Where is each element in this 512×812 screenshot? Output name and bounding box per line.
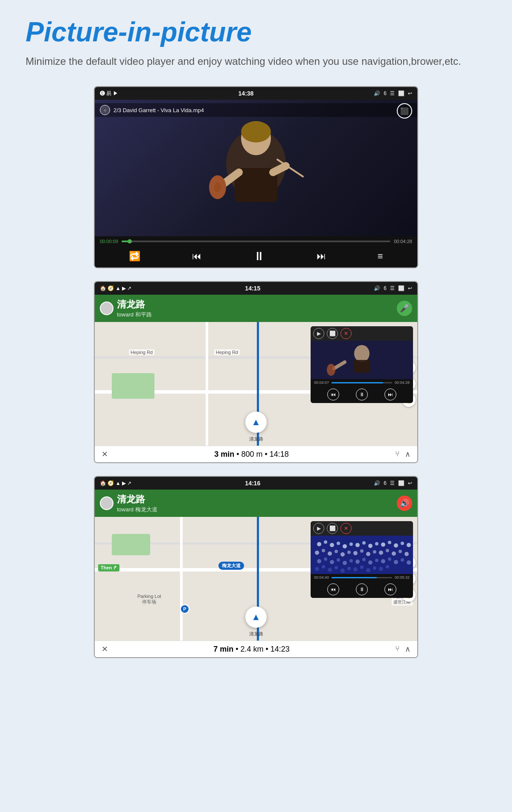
svg-point-47: [330, 560, 334, 564]
volume-nav1: 🔊: [374, 285, 380, 291]
progress-bar-video[interactable]: [122, 241, 390, 242]
svg-point-63: [335, 566, 338, 569]
dot-sep-1: •: [236, 450, 241, 458]
svg-point-46: [324, 557, 327, 561]
pip-violinist-svg-1: [311, 341, 413, 379]
nav-toward-1: toward 和平路: [117, 311, 152, 319]
svg-point-19: [343, 544, 347, 548]
svg-point-68: [366, 568, 370, 572]
svg-point-57: [394, 560, 398, 564]
pip-overlay-2[interactable]: ▶ ⬜ ✕: [311, 521, 413, 598]
prev-button[interactable]: ⏮: [192, 251, 201, 262]
svg-point-32: [328, 551, 332, 556]
pip-progress-fill-1: [332, 382, 383, 383]
nav-icons-right-2: ⑂ ∧: [395, 644, 410, 654]
phone-screen-nav2: 🏠 🧭 ▲ ▶ ↗ 14:16 🔊 6 ☰ ⬜ ↩ 清龙路 toward 梅龙大…: [94, 476, 418, 658]
pip-progress-row-1: 00:04:07 00:04:28: [311, 379, 413, 386]
svg-point-66: [353, 567, 358, 571]
pip-overlay-1[interactable]: ▶ ⬜ ✕ 00:04:07: [311, 326, 413, 403]
nav-location-dot-2: [100, 496, 113, 510]
pip-film-btn-2[interactable]: ▶: [313, 523, 324, 534]
nav-info-1: 3 min • 800 m • 14:18: [108, 450, 395, 459]
pip-window-btn-1[interactable]: ⬜: [327, 328, 338, 339]
nav-mic-2[interactable]: 🔊: [397, 496, 412, 511]
nav-screen-1-screenshot: 🏠 🧭 ▲ ▶ ↗ 14:15 🔊 6 ☰ ⬜ ↩ 清龙路 toward 和平路…: [26, 281, 486, 463]
volume-icon-status: 🔊: [374, 90, 380, 96]
phone-screen-nav1: 🏠 🧭 ▲ ▶ ↗ 14:15 🔊 6 ☰ ⬜ ↩ 清龙路 toward 和平路…: [94, 281, 418, 463]
nav-direction-2: 清龙路: [117, 493, 157, 506]
pause-button[interactable]: ⏸: [253, 249, 265, 263]
nav-duration-1: 3 min: [214, 450, 234, 458]
pip-progress-bar-1[interactable]: [332, 382, 392, 383]
svg-point-10: [354, 345, 369, 362]
pip-close-btn-2[interactable]: ✕: [340, 523, 352, 534]
pip-time-total-2: 00:05:32: [395, 575, 410, 580]
svg-point-31: [322, 549, 325, 552]
video-progress-area[interactable]: 00:00:09 00:04:28: [95, 236, 417, 245]
svg-point-45: [317, 559, 321, 563]
svg-point-44: [404, 552, 409, 556]
chevron-up-icon-2[interactable]: ∧: [405, 644, 410, 654]
time-current-video: 00:00:09: [100, 239, 118, 244]
pip-next-1[interactable]: ⏭: [384, 389, 396, 400]
pip-film-btn-1[interactable]: ▶: [313, 328, 324, 339]
svg-point-67: [360, 566, 364, 569]
fork-icon-1[interactable]: ⑂: [395, 450, 400, 459]
back-circle-btn[interactable]: ○: [100, 105, 110, 115]
pip-pause-2[interactable]: ⏸: [356, 583, 368, 595]
pip-pause-1[interactable]: ⏸: [356, 389, 368, 400]
page-title: Picture-in-picture: [26, 17, 486, 47]
nav-icons-right-1: ⑂ ∧: [395, 450, 410, 459]
svg-point-64: [340, 568, 345, 573]
status-time-nav2: 14:16: [245, 480, 260, 487]
status-time-nav1: 14:15: [245, 285, 260, 292]
svg-point-28: [401, 542, 404, 545]
parking-text-2: Parking Lot: [137, 594, 161, 599]
svg-point-56: [388, 557, 391, 561]
road-label-heping-2: Heping Rd: [214, 349, 240, 355]
nav-header-2: 清龙路 toward 梅龙大道 🔊: [95, 490, 417, 517]
window-nav2: ⬜: [398, 480, 404, 486]
battery-video: 6: [384, 90, 387, 96]
menu-nav2: ☰: [390, 480, 395, 486]
status-bar-left-video: 🅒 易 ▶: [100, 90, 118, 97]
svg-point-61: [322, 565, 325, 568]
chevron-up-icon-1[interactable]: ∧: [405, 450, 410, 459]
svg-point-49: [343, 561, 347, 565]
svg-point-29: [407, 543, 411, 547]
nav-location-name-1: 清龙路: [249, 436, 263, 442]
status-right-nav1: 🔊 6 ☰ ⬜ ↩: [374, 285, 412, 291]
pip-progress-bar-2[interactable]: [332, 577, 392, 578]
svg-point-34: [340, 552, 345, 557]
fork-icon-2[interactable]: ⑂: [395, 644, 400, 654]
nav-close-btn-1[interactable]: ✕: [102, 450, 108, 459]
status-left-nav2: 🏠 🧭 ▲ ▶ ↗: [100, 480, 131, 486]
playlist-button[interactable]: ≡: [378, 251, 383, 262]
turn-indicator-2: 梅龙大道: [218, 562, 244, 570]
pip-video-1: [311, 341, 413, 379]
nav2-left-icons: 🏠 🧭 ▲ ▶ ↗: [100, 480, 131, 486]
nav-duration-2: 7 min: [213, 645, 233, 653]
pip-next-2[interactable]: ⏭: [384, 583, 396, 595]
map-bg-2: Then ↱ 梅龙大道 Parking Lot 停车场 P ShengshiPa…: [95, 517, 417, 641]
pip-close-btn-1[interactable]: ✕: [340, 328, 352, 339]
nav-distance-2: 2.4 km: [240, 645, 263, 653]
dot-sep-4: •: [266, 645, 271, 653]
then-text: Then: [101, 565, 112, 570]
repeat-button[interactable]: 🔁: [129, 251, 140, 262]
nav-eta-2: 14:23: [271, 645, 290, 653]
pip-window-btn-2[interactable]: ⬜: [327, 523, 338, 534]
svg-point-22: [362, 541, 366, 545]
pip-prev-1[interactable]: ⏮: [327, 389, 339, 400]
progress-dot-video: [128, 239, 132, 244]
nav-close-btn-2[interactable]: ✕: [102, 644, 108, 654]
svg-point-52: [362, 558, 366, 561]
svg-point-37: [360, 549, 364, 553]
video-player-area[interactable]: ○ 2/3 David Garrett - Viva La Vida.mp4 ⬛: [95, 100, 417, 267]
next-button[interactable]: ⏭: [317, 251, 326, 262]
nav-mic-1[interactable]: 🎤: [397, 301, 412, 316]
video-controls: 🔁 ⏮ ⏸ ⏭ ≡: [95, 245, 417, 267]
volume-nav2: 🔊: [374, 480, 380, 486]
pip-prev-2[interactable]: ⏮: [327, 583, 339, 595]
svg-point-6: [214, 182, 221, 192]
